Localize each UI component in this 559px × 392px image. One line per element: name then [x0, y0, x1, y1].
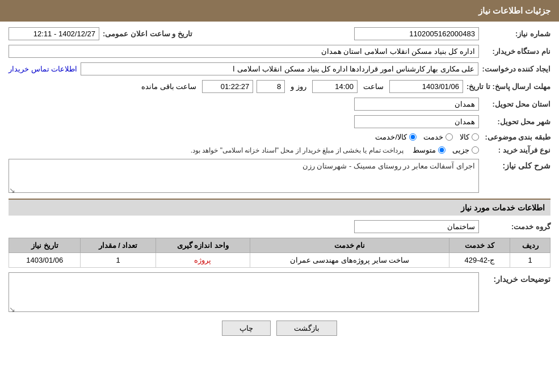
purchase-type-option-motavasset[interactable]: متوسط: [413, 146, 445, 154]
resize-handle-icon: ↘: [10, 186, 15, 192]
deadline-row: مهلت ارسال پاسخ: تا تاریخ: 1403/01/06 سا…: [9, 80, 550, 93]
purchase-type-option-jozii[interactable]: جزیی: [452, 146, 479, 154]
purchase-type-label: نوع فرآیند خرید :: [482, 146, 550, 154]
creator-label: ایجاد کننده درخواست:: [482, 65, 550, 73]
province-label: استان محل تحویل:: [482, 100, 550, 108]
deadline-remaining-label: ساعت باقی مانده: [141, 82, 196, 91]
page-wrapper: جزئیات اطلاعات نیاز شماره نیاز: 11020051…: [0, 0, 559, 392]
col-row-num: ردیف: [510, 238, 550, 253]
province-row: استان محل تحویل: همدان: [9, 98, 550, 111]
deadline-days: 8: [257, 80, 285, 93]
category-label-khedmat: خدمت: [423, 133, 443, 141]
purchase-type-label-jozii: جزیی: [452, 146, 469, 154]
need-number-row: شماره نیاز: 1102005162000483 تاریخ و ساع…: [9, 27, 550, 40]
buyer-org-value: اداره کل بنیاد مسکن انقلاب اسلامی استان …: [9, 45, 479, 58]
buyer-notes-label: توضیحات خریدار:: [482, 272, 550, 284]
cell-quantity: 1: [81, 253, 155, 268]
public-date-label: تاریخ و ساعت اعلان عمومی:: [103, 29, 192, 38]
service-group-label: گروه خدمت:: [482, 222, 550, 231]
purchase-type-label-motavasset: متوسط: [413, 146, 436, 154]
category-radio-kala-khedmat[interactable]: [409, 133, 417, 141]
category-label-kala: کالا: [460, 133, 469, 141]
purchase-type-radio-jozii[interactable]: [472, 146, 479, 154]
col-service-code: کد خدمت: [449, 238, 510, 253]
creator-row: ایجاد کننده درخواست: علی مکاری بهار کارش…: [9, 62, 550, 75]
purchase-type-note: پرداخت تمام یا بخشی از مبلغ خریدار از مح…: [191, 146, 404, 154]
buyer-notes-row: توضیحات خریدار: ↘: [9, 272, 550, 312]
services-section-header: اطلاعات خدمات مورد نیاز: [9, 199, 550, 216]
deadline-days-label: روز و: [291, 82, 306, 91]
need-number-value: 1102005162000483: [354, 27, 479, 40]
cell-service-code: ج-42-429: [449, 253, 510, 268]
city-value: همدان: [354, 115, 479, 128]
col-unit: واحد اندازه گیری: [155, 238, 250, 253]
province-value: همدان: [354, 98, 479, 111]
cell-unit: پروژه: [155, 253, 250, 268]
table-header-row: ردیف کد خدمت نام خدمت واحد اندازه گیری ت…: [9, 238, 550, 253]
deadline-date: 1403/01/06: [389, 80, 463, 93]
description-label: شرح کلی نیاز:: [482, 159, 550, 170]
page-header: جزئیات اطلاعات نیاز: [0, 0, 559, 22]
city-label: شهر محل تحویل:: [482, 117, 550, 126]
category-radio-khedmat[interactable]: [445, 133, 453, 141]
bottom-buttons: بازگشت چاپ: [9, 321, 550, 336]
purchase-type-radio-group: جزیی متوسط: [413, 146, 479, 154]
table-row: 1ج-42-429ساخت سایر پروژه‌های مهندسی عمرا…: [9, 253, 550, 268]
buyer-org-row: نام دستگاه خریدار: اداره کل بنیاد مسکن ا…: [9, 45, 550, 58]
col-date: تاریخ نیاز: [9, 238, 81, 253]
category-label-kala-khedmat: کالا/خدمت: [375, 133, 407, 141]
creator-contact-link[interactable]: اطلاعات تماس خریدار: [9, 65, 77, 73]
content-area: شماره نیاز: 1102005162000483 تاریخ و ساع…: [0, 22, 559, 342]
print-button[interactable]: چاپ: [222, 321, 271, 336]
category-radio-group: کالا خدمت کالا/خدمت: [375, 133, 479, 141]
page-title: جزئیات اطلاعات نیاز: [478, 6, 550, 15]
category-option-kala[interactable]: کالا: [460, 133, 479, 141]
description-row: شرح کلی نیاز: اجرای آسفالت معابر در روست…: [9, 159, 550, 193]
col-service-name: نام خدمت: [250, 238, 449, 253]
purchase-type-radio-motavasset[interactable]: [438, 146, 445, 154]
category-option-khedmat[interactable]: خدمت: [423, 133, 453, 141]
cell-service-name: ساخت سایر پروژه‌های مهندسی عمران: [250, 253, 449, 268]
buyer-org-label: نام دستگاه خریدار:: [482, 47, 550, 56]
service-group-value: ساختمان: [354, 220, 479, 233]
purchase-type-row: نوع فرآیند خرید : جزیی متوسط پرداخت تمام…: [9, 146, 550, 154]
deadline-time: 14:00: [312, 80, 358, 93]
cell-row-num: 1: [510, 253, 550, 268]
public-date-value: 1402/12/27 - 12:11: [9, 27, 99, 40]
deadline-label: مهلت ارسال پاسخ: تا تاریخ:: [466, 82, 550, 91]
creator-value: علی مکاری بهار کارشناس امور قراردادها اد…: [81, 62, 478, 75]
buyer-notes-value: [9, 272, 479, 312]
services-table: ردیف کد خدمت نام خدمت واحد اندازه گیری ت…: [9, 238, 550, 268]
category-radio-kala[interactable]: [472, 133, 479, 141]
cell-date: 1403/01/06: [9, 253, 81, 268]
city-row: شهر محل تحویل: همدان: [9, 115, 550, 128]
back-button[interactable]: بازگشت: [276, 321, 337, 336]
need-number-label: شماره نیاز:: [482, 29, 550, 38]
description-value: اجرای آسفالت معابر در روستای مسینک - شهر…: [9, 159, 479, 193]
col-quantity: تعداد / مقدار: [81, 238, 155, 253]
category-option-kala-khedmat[interactable]: کالا/خدمت: [375, 133, 417, 141]
deadline-time-label: ساعت: [363, 82, 384, 91]
buyer-notes-resize-icon: ↘: [10, 305, 15, 311]
deadline-remaining: 01:22:27: [202, 80, 253, 93]
category-label: طبقه بندی موضوعی:: [482, 133, 550, 141]
category-row: طبقه بندی موضوعی: کالا خدمت کالا/خدمت: [9, 133, 550, 141]
service-group-row: گروه خدمت: ساختمان: [9, 220, 550, 233]
